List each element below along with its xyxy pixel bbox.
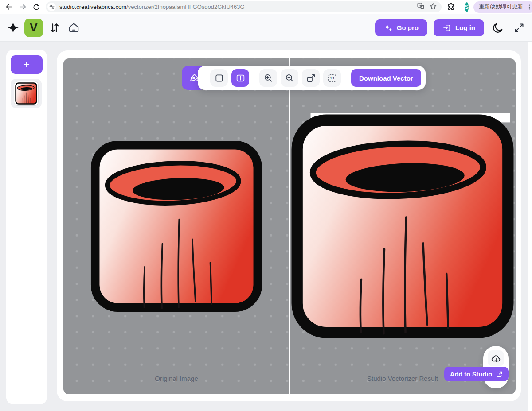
sparkle-icon[interactable]: [5, 20, 20, 35]
original-image: [90, 140, 263, 313]
url-path: /vectorizer/2fnopaafamHFGOsqod2GkIU463G: [126, 4, 245, 10]
chrome-update-label: 重新啟動即可更新: [479, 3, 523, 11]
chrome-update-pill[interactable]: 重新啟動即可更新: [473, 1, 532, 13]
download-vector-button[interactable]: Download Vector: [351, 69, 421, 87]
extensions-icon[interactable]: [446, 3, 455, 12]
open-external-icon: [496, 371, 503, 378]
app-header: V Go pro Log in: [0, 14, 532, 42]
workspace: + Original Image Studio Vectorizer Resul…: [0, 42, 532, 411]
sparkles-icon: [384, 23, 393, 32]
zoom-out-button[interactable]: [281, 69, 298, 87]
one-to-one-icon: 1:1: [327, 73, 337, 83]
url-bar[interactable]: studio.creativefabrica.com/vectorizer/2f…: [46, 1, 442, 12]
zoom-in-icon: [263, 73, 274, 83]
reload-icon[interactable]: [32, 3, 41, 12]
compare-arrows-icon[interactable]: [47, 20, 62, 35]
download-cloud-button[interactable]: [488, 350, 504, 366]
bookmark-star-icon[interactable]: [429, 2, 437, 12]
split-view-button[interactable]: [231, 69, 249, 87]
scrollbar-track[interactable]: [528, 42, 532, 411]
profile-avatar[interactable]: S: [465, 2, 469, 12]
url-text: studio.creativefabrica.com/vectorizer/2f…: [59, 4, 414, 10]
toolbar-separator: [254, 72, 254, 84]
forward-icon[interactable]: [18, 3, 27, 12]
cloud-download-icon: [491, 353, 501, 364]
vectorizer-logo[interactable]: V: [24, 19, 43, 37]
toolbar-separator: [346, 72, 346, 84]
comparison-canvas[interactable]: Original Image Studio Vectorizer Result: [63, 58, 516, 394]
toolbar-pill: 1:1 Download Vector: [198, 66, 426, 90]
browser-chrome: studio.creativefabrica.com/vectorizer/2f…: [0, 0, 532, 14]
log-in-label: Log in: [455, 24, 475, 31]
image-thumbnail[interactable]: [14, 81, 39, 106]
canvas-toolbar: 1:1 Download Vector: [182, 66, 426, 90]
fit-to-screen-button[interactable]: [302, 69, 320, 87]
split-view-icon: [235, 73, 246, 83]
zoom-out-icon: [285, 73, 295, 83]
zoom-in-button[interactable]: [259, 69, 277, 87]
site-info-icon[interactable]: [47, 3, 56, 11]
fullscreen-expand-icon[interactable]: [512, 20, 527, 35]
add-to-studio-label: Add to Studio: [450, 371, 492, 378]
dark-mode-moon-icon[interactable]: [490, 20, 505, 35]
go-pro-label: Go pro: [397, 24, 419, 31]
original-pane-label: Original Image: [63, 375, 289, 384]
svg-text:1:1: 1:1: [330, 77, 334, 80]
single-view-icon: [214, 73, 224, 83]
back-icon[interactable]: [4, 3, 13, 12]
kebab-menu-icon[interactable]: [526, 4, 532, 11]
editor-card: Original Image Studio Vectorizer Result: [57, 50, 521, 401]
layers-sidebar: +: [6, 50, 47, 404]
login-icon: [442, 23, 451, 32]
vectorized-image: [290, 113, 515, 339]
log-in-button[interactable]: Log in: [434, 19, 484, 36]
fit-to-screen-icon: [306, 73, 316, 83]
go-pro-button[interactable]: Go pro: [375, 19, 427, 36]
home-icon[interactable]: [66, 20, 81, 35]
image-thumbnail-slot[interactable]: [11, 79, 42, 108]
single-view-button[interactable]: [210, 69, 228, 87]
add-image-button[interactable]: +: [11, 55, 43, 74]
add-to-studio-button[interactable]: Add to Studio: [444, 367, 509, 381]
url-domain: studio.creativefabrica.com: [59, 4, 126, 10]
translate-icon[interactable]: [417, 2, 425, 12]
actual-size-button[interactable]: 1:1: [323, 69, 341, 87]
